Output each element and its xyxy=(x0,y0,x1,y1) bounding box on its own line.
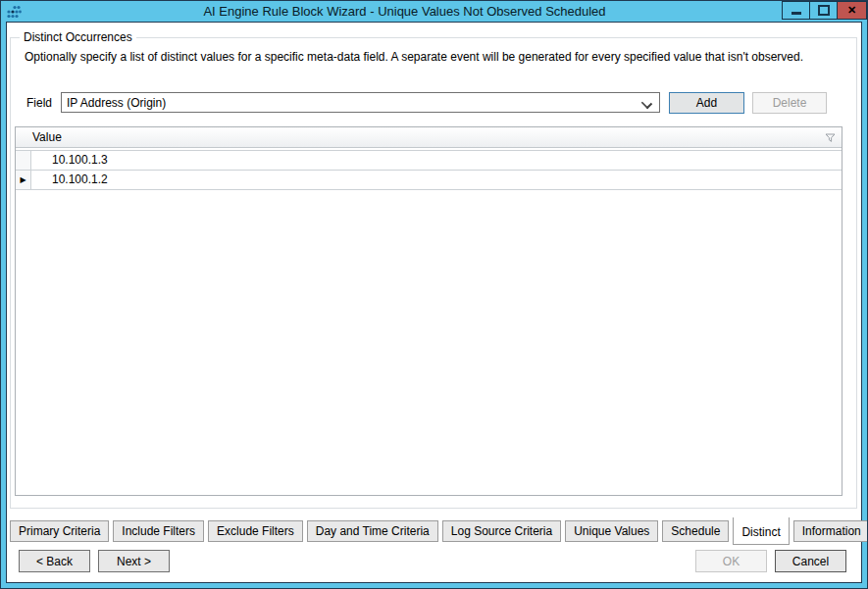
row-marker-icon[interactable]: ▶ xyxy=(16,171,31,189)
value-cell[interactable]: 10.100.1.2 xyxy=(31,171,842,189)
tab-unique-values[interactable]: Unique Values xyxy=(565,520,658,542)
close-icon: ✕ xyxy=(847,5,856,16)
row-selector[interactable] xyxy=(16,151,31,170)
grid-column-label: Value xyxy=(32,130,62,144)
delete-button[interactable]: Delete xyxy=(752,92,827,114)
tab-log-source-criteria[interactable]: Log Source Criteria xyxy=(442,520,561,542)
wizard-window: AI Engine Rule Block Wizard - Unique Val… xyxy=(0,0,868,589)
dialog-client-area: Distinct Occurrences Optionally specify … xyxy=(6,22,862,583)
cancel-button[interactable]: Cancel xyxy=(775,550,846,572)
table-row[interactable]: 10.100.1.3 xyxy=(16,151,842,171)
close-button[interactable]: ✕ xyxy=(837,1,867,20)
app-icon xyxy=(6,4,22,20)
description-text: Optionally specify a list of distinct va… xyxy=(25,50,803,64)
distinct-occurrences-group: Distinct Occurrences Optionally specify … xyxy=(10,37,857,509)
maximize-icon xyxy=(818,5,830,16)
minimize-icon xyxy=(791,12,801,15)
window-title: AI Engine Rule Block Wizard - Unique Val… xyxy=(40,4,769,19)
titlebar[interactable]: AI Engine Rule Block Wizard - Unique Val… xyxy=(1,1,867,22)
add-button[interactable]: Add xyxy=(669,92,744,114)
tab-distinct[interactable]: Distinct xyxy=(733,517,789,545)
table-row[interactable]: ▶10.100.1.2 xyxy=(16,171,842,190)
window-controls: ✕ xyxy=(783,1,867,20)
tab-exclude-filters[interactable]: Exclude Filters xyxy=(208,520,303,542)
grid-header-value[interactable]: Value xyxy=(16,127,842,148)
field-dropdown-value: IP Address (Origin) xyxy=(62,96,166,110)
tab-schedule[interactable]: Schedule xyxy=(662,520,729,542)
tab-include-filters[interactable]: Include Filters xyxy=(113,520,204,542)
tab-primary-criteria[interactable]: Primary Criteria xyxy=(10,520,109,542)
tab-day-and-time-criteria[interactable]: Day and Time Criteria xyxy=(307,520,438,542)
groupbox-title: Distinct Occurrences xyxy=(20,30,136,44)
ok-button[interactable]: OK xyxy=(695,550,767,572)
values-grid: Value 10.100.1.3▶10.100.1.2 xyxy=(15,126,842,496)
next-button[interactable]: Next > xyxy=(98,550,170,572)
minimize-button[interactable] xyxy=(782,1,810,20)
back-button[interactable]: < Back xyxy=(19,550,90,572)
filter-icon[interactable] xyxy=(825,132,836,146)
field-label: Field xyxy=(26,96,52,110)
tab-strip: Primary CriteriaInclude FiltersExclude F… xyxy=(10,517,868,545)
value-cell[interactable]: 10.100.1.3 xyxy=(31,151,842,170)
field-dropdown[interactable]: IP Address (Origin) xyxy=(61,92,660,113)
grid-rows: 10.100.1.3▶10.100.1.2 xyxy=(16,150,842,190)
maximize-button[interactable] xyxy=(809,1,838,20)
chevron-down-icon xyxy=(641,98,652,109)
tab-information[interactable]: Information xyxy=(793,520,868,542)
